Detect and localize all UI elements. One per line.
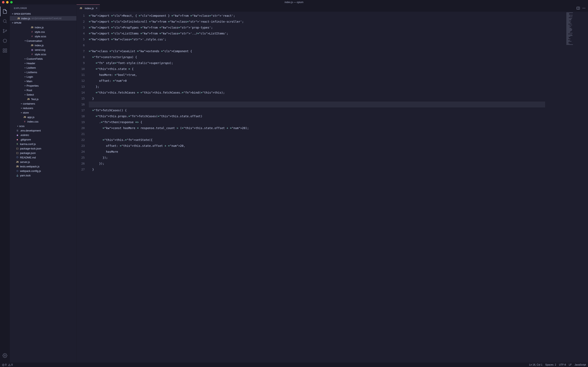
file-tree[interactable]: JSindex.js#style.css#style.scss▾Conversa… (10, 25, 76, 363)
item-label: ListItem (26, 66, 36, 69)
folder-item[interactable]: ▸CustomFields (10, 57, 76, 61)
folder-item[interactable]: ▸ListItem (10, 66, 76, 70)
svg-point-4 (3, 39, 7, 42)
svg-rect-7 (5, 51, 7, 52)
minimap[interactable] (566, 12, 588, 363)
chevron-down-icon: ▾ (11, 13, 14, 15)
chevron-right-icon: ▸ (24, 58, 26, 60)
svg-rect-8 (5, 49, 7, 50)
svg-point-3 (6, 30, 7, 31)
file-item[interactable]: #style.scss (10, 52, 76, 57)
item-label: Properties (26, 84, 39, 87)
item-label: containers (23, 102, 35, 105)
file-item[interactable]: Kkarma.conf.js (10, 142, 76, 146)
editor-actions (577, 4, 588, 12)
folder-item[interactable]: ▸Select (10, 92, 76, 97)
settings-gear-icon[interactable] (0, 351, 10, 360)
titlebar: index.js — opium (0, 0, 588, 4)
errors-count[interactable]: 0 (2, 363, 7, 366)
chevron-down-icon: ▾ (24, 40, 26, 42)
explorer-icon[interactable] (0, 7, 10, 16)
file-item[interactable]: ▧send.svg (10, 48, 76, 52)
folder-item[interactable]: ▸Login (10, 75, 76, 79)
svg-point-13 (585, 8, 585, 8)
warnings-count[interactable]: 0 (8, 363, 13, 366)
folder-item[interactable]: ▸reducers (10, 106, 76, 110)
explorer-title: EXPLORER (10, 4, 76, 12)
statusbar: 0 0 Ln 16, Col 1 Spaces: 2 UTF-8 LF Java… (0, 363, 588, 367)
open-editor-item[interactable]: JS index.js src/js/components/CaseList (10, 16, 76, 21)
split-editor-icon[interactable] (577, 7, 580, 10)
file-item[interactable]: ◆.gitignore (10, 137, 76, 142)
explorer-sidebar: EXPLORER ▾ OPEN EDITORS JS index.js src/… (10, 4, 77, 363)
search-icon[interactable] (0, 16, 10, 26)
folder-item[interactable]: ▸Root (10, 88, 76, 92)
cursor-position[interactable]: Ln 16, Col 1 (529, 363, 543, 366)
item-label: webpack.config.js (20, 169, 41, 173)
item-label: index.js (35, 26, 44, 29)
file-item[interactable]: JSindex.js (10, 25, 76, 30)
editor-body[interactable]: 1234567891011121314151617181920212223242… (77, 12, 588, 363)
tab-index-js[interactable]: JS index.js × (77, 4, 100, 12)
file-item[interactable]: JSTest.js (10, 97, 76, 101)
file-item[interactable]: #index.css (10, 119, 76, 124)
item-label: app.js (27, 116, 35, 119)
item-label: Header (26, 62, 35, 65)
chevron-right-icon: ▸ (24, 76, 26, 78)
svg-rect-5 (3, 49, 4, 50)
eol[interactable]: LF (569, 363, 572, 366)
item-label: Root (26, 89, 32, 92)
folder-item[interactable]: ▾Conversation (10, 39, 76, 43)
item-label: CustomFields (26, 57, 43, 60)
file-item[interactable]: JSserver.js (10, 160, 76, 164)
file-item[interactable]: ⚓yarn.lock (10, 173, 76, 178)
item-label: .gitignore (20, 138, 31, 141)
indentation[interactable]: Spaces: 2 (545, 363, 556, 366)
encoding[interactable]: UTF-8 (559, 363, 566, 366)
folder-item[interactable]: ▸Properties (10, 83, 76, 88)
window-close-button[interactable] (2, 1, 4, 3)
file-item[interactable]: { }package-lock.json (10, 146, 76, 151)
folder-item[interactable]: ▸ListItems (10, 70, 76, 75)
file-item[interactable]: { }package.json (10, 151, 76, 155)
language-mode[interactable]: JavaScript (575, 363, 586, 366)
folder-item[interactable]: ▸Main (10, 79, 76, 83)
close-icon[interactable]: × (96, 7, 97, 10)
js-file-icon: JS (79, 7, 83, 9)
window-title: index.js — opium (285, 1, 303, 4)
folder-item[interactable]: ▸containers (10, 101, 76, 106)
window-maximize-button[interactable] (10, 1, 13, 3)
project-header[interactable]: ▾ OPIUM (10, 21, 76, 25)
item-label: index.css (27, 120, 38, 123)
item-label: style.scss (35, 35, 46, 38)
file-item[interactable]: JSindex.js (10, 43, 76, 48)
svg-point-9 (4, 355, 6, 356)
more-actions-icon[interactable] (582, 7, 586, 10)
folder-item[interactable]: ▸store (10, 110, 76, 115)
item-label: tests.webpack.js (20, 165, 39, 168)
chevron-down-icon: ▾ (11, 22, 14, 24)
chevron-right-icon: ▸ (24, 89, 26, 91)
item-label: ListItems (26, 71, 37, 74)
open-editors-header[interactable]: ▾ OPEN EDITORS (10, 12, 76, 16)
file-item[interactable]: ⬡webpack.config.js (10, 169, 76, 173)
item-label: Test.js (31, 98, 39, 101)
item-label: style.css (35, 30, 45, 33)
extensions-icon[interactable] (0, 46, 10, 55)
item-label: Conversation (26, 39, 42, 42)
file-item[interactable]: #style.css (10, 30, 76, 34)
file-item[interactable]: #style.scss (10, 34, 76, 39)
file-item[interactable]: ◉.eslintrc (10, 133, 76, 137)
file-item[interactable]: ☰.env.development (10, 128, 76, 133)
activity-bar (0, 4, 10, 363)
folder-item[interactable]: ▸scss (10, 124, 76, 128)
item-label: package.json (20, 151, 36, 155)
window-minimize-button[interactable] (6, 1, 9, 3)
debug-icon[interactable] (0, 36, 10, 46)
file-item[interactable]: JSapp.js (10, 115, 76, 119)
code-content[interactable]: ="kw">import ="cls">React, { ="cls">Comp… (89, 12, 566, 363)
folder-item[interactable]: ▸Header (10, 61, 76, 66)
file-item[interactable]: JStests.webpack.js (10, 164, 76, 169)
file-item[interactable]: ⓘREADME.md (10, 155, 76, 160)
source-control-icon[interactable] (0, 26, 10, 36)
